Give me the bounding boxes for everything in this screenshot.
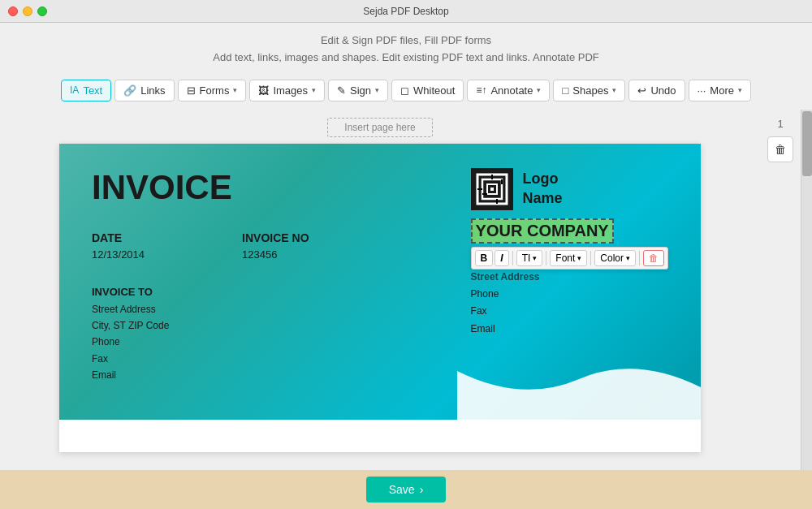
undo-icon: ↩ — [637, 84, 646, 97]
header-line1: Edit & Sign PDF files, Fill PDF forms — [0, 32, 812, 50]
italic-button[interactable]: I — [495, 250, 508, 266]
bold-button[interactable]: B — [475, 250, 494, 266]
toolbar-whiteout-button[interactable]: ◻ Whiteout — [391, 80, 464, 101]
color-label: Color — [600, 252, 624, 264]
links-label: Links — [140, 84, 165, 97]
pdf-area[interactable]: Insert page here INVOICE DATE 12/13/2014 — [0, 110, 760, 470]
company-street: Street Address — [471, 271, 668, 283]
header-line2: Add text, links, images and shapes. Edit… — [0, 50, 812, 67]
images-arrow: ▾ — [312, 86, 316, 94]
invoice-no-label: INVOICE NO — [242, 231, 309, 244]
toolbar-separator-3 — [590, 251, 591, 265]
minimize-button[interactable] — [23, 6, 32, 16]
logo-text: Logo Name — [523, 170, 563, 208]
company-name-text[interactable]: YOUR COMPANY — [471, 218, 614, 244]
scrollbar-track[interactable] — [801, 110, 812, 470]
company-fax: Fax — [471, 303, 499, 321]
main-container: Edit & Sign PDF files, Fill PDF forms Ad… — [0, 23, 812, 509]
company-email: Email — [471, 321, 499, 339]
size-label: TI — [522, 252, 531, 264]
whiteout-icon: ◻ — [400, 84, 409, 97]
maximize-button[interactable] — [37, 6, 47, 16]
logo-label: Logo — [523, 170, 563, 188]
right-sidebar: 1 🗑 — [760, 110, 801, 470]
header-description: Edit & Sign PDF files, Fill PDF forms Ad… — [0, 23, 812, 73]
font-dropdown[interactable]: Font ▾ — [550, 250, 587, 266]
invoice-no-field: INVOICE NO 123456 — [242, 231, 309, 261]
shapes-label: Shapes — [572, 84, 608, 97]
toolbar-links-button[interactable]: 🔗 Links — [114, 80, 174, 101]
text-edit-toolbar: B I TI ▾ Font ▾ — [471, 247, 668, 270]
save-label: Save — [389, 483, 415, 496]
main-toolbar: IA Text 🔗 Links ⊟ Forms ▾ 🖼 Images ▾ ✎ S… — [0, 73, 812, 110]
color-dropdown[interactable]: Color ▾ — [594, 250, 636, 266]
forms-icon: ⊟ — [187, 84, 196, 97]
date-field: DATE 12/13/2014 — [92, 231, 145, 261]
shapes-icon: □ — [562, 84, 568, 97]
date-label: DATE — [92, 231, 145, 244]
save-button[interactable]: Save › — [366, 477, 447, 503]
save-arrow-icon: › — [420, 483, 424, 496]
insert-page-bar: Insert page here — [47, 118, 713, 137]
title-bar: Sejda PDF Desktop — [0, 0, 812, 23]
font-label: Font — [555, 252, 575, 264]
forms-arrow: ▾ — [233, 86, 237, 94]
toolbar-annotate-button[interactable]: ≡↑ Annotate ▾ — [467, 80, 550, 101]
color-arrow: ▾ — [626, 254, 630, 262]
toolbar-forms-button[interactable]: ⊟ Forms ▾ — [178, 80, 247, 101]
font-arrow: ▾ — [577, 254, 581, 262]
logo-area: Logo Name — [471, 168, 563, 210]
company-name-container[interactable]: YOUR COMPANY B I TI ▾ — [471, 218, 668, 283]
insert-page-button[interactable]: Insert page here — [327, 118, 432, 137]
annotate-icon: ≡↑ — [476, 84, 486, 96]
page-delete-button[interactable]: 🗑 — [767, 136, 793, 162]
company-phone: Phone — [471, 286, 499, 304]
date-value: 12/13/2014 — [92, 248, 145, 261]
bottom-bar: Save › — [0, 470, 812, 509]
toolbar-images-button[interactable]: 🖼 Images ▾ — [249, 80, 325, 101]
svg-rect-3 — [490, 188, 494, 191]
toolbar-text-button[interactable]: IA Text — [61, 80, 111, 101]
window-title: Sejda PDF Desktop — [363, 6, 448, 17]
pdf-page: INVOICE DATE 12/13/2014 INVOICE NO 12345… — [59, 144, 701, 452]
toolbar-separator-4 — [639, 251, 640, 265]
annotate-label: Annotate — [490, 84, 533, 97]
sign-arrow: ▾ — [375, 86, 379, 94]
invoice-header: INVOICE DATE 12/13/2014 INVOICE NO 12345… — [59, 144, 701, 420]
forms-label: Forms — [200, 84, 230, 97]
more-arrow: ▾ — [738, 86, 742, 94]
sign-label: Sign — [350, 84, 371, 97]
delete-button[interactable]: 🗑 — [643, 250, 664, 266]
company-details: Phone Fax Email — [471, 286, 499, 339]
undo-label: Undo — [650, 84, 676, 97]
sign-icon: ✎ — [337, 84, 346, 97]
more-icon: ··· — [698, 84, 706, 97]
logo-name: Name — [523, 189, 563, 208]
toolbar-shapes-button[interactable]: □ Shapes ▾ — [553, 80, 625, 101]
toolbar-sign-button[interactable]: ✎ Sign ▾ — [328, 80, 388, 101]
annotate-arrow: ▾ — [537, 86, 541, 94]
images-icon: 🖼 — [258, 84, 269, 97]
toolbar-more-button[interactable]: ··· More ▾ — [689, 80, 751, 101]
maze-svg — [476, 173, 508, 205]
wave-decoration — [457, 355, 701, 420]
size-arrow: ▾ — [533, 254, 537, 262]
close-button[interactable] — [8, 6, 18, 16]
company-section: Logo Name YOUR COMPANY B I — [471, 168, 668, 339]
whiteout-label: Whiteout — [413, 84, 455, 97]
toolbar-separator-1 — [512, 251, 513, 265]
images-label: Images — [273, 84, 308, 97]
invoice-no-value: 123456 — [242, 248, 277, 261]
links-icon: 🔗 — [123, 84, 136, 97]
more-label: More — [710, 84, 734, 97]
size-dropdown[interactable]: TI ▾ — [516, 250, 543, 266]
window-controls[interactable] — [8, 6, 47, 16]
text-icon: IA — [70, 84, 79, 96]
shapes-arrow: ▾ — [612, 86, 616, 94]
scrollbar-thumb[interactable] — [802, 111, 812, 176]
page-number: 1 — [777, 118, 783, 130]
text-label: Text — [83, 84, 102, 97]
toolbar-undo-button[interactable]: ↩ Undo — [628, 80, 685, 101]
logo-icon — [471, 168, 513, 210]
content-area: Insert page here INVOICE DATE 12/13/2014 — [0, 110, 812, 470]
